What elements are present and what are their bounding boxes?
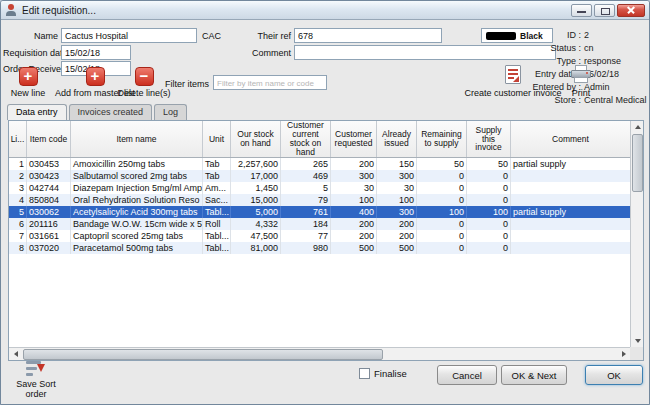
cell: Captopril scored 25mg tabs xyxy=(71,230,203,242)
cell: 100 xyxy=(417,206,467,218)
column-header-li[interactable]: Li... xyxy=(9,121,27,157)
horizontal-scroll-thumb[interactable] xyxy=(23,349,383,360)
save-sort-order-label: Save Sort order xyxy=(5,379,67,399)
scroll-down-arrow[interactable] xyxy=(631,335,644,347)
table-row[interactable]: 7031661Captopril scored 25mg tabsTabl...… xyxy=(9,230,630,242)
cell: 761 xyxy=(281,206,331,218)
table-row[interactable]: 1030453Amoxicillin 250mg tabsTab2,257,60… xyxy=(9,158,630,170)
cell: Oral Rehydration Solution Reso Ma... xyxy=(71,194,203,206)
vertical-scroll-thumb[interactable] xyxy=(632,134,643,192)
new-line-button[interactable]: + New line xyxy=(5,67,51,98)
table-row[interactable]: 2030423Salbutamol scored 2mg tabsTab17,0… xyxy=(9,170,630,182)
cell: 5 xyxy=(9,206,27,218)
requisition-date-label: Requisition date xyxy=(3,48,58,58)
cell: 300 xyxy=(377,206,417,218)
cell: Tab xyxy=(203,170,231,182)
cell: Tabl... xyxy=(203,230,231,242)
column-header-item-name[interactable]: Item name xyxy=(71,121,203,157)
cell: 200 xyxy=(331,218,377,230)
scroll-up-arrow[interactable] xyxy=(631,121,644,133)
comment-label: Comment xyxy=(236,48,291,58)
requisition-lines-table: Li...Item codeItem nameUnitOur stock on … xyxy=(8,120,644,361)
filter-items-input[interactable] xyxy=(213,75,327,90)
cancel-button[interactable]: Cancel xyxy=(437,365,497,385)
cell: 0 xyxy=(467,230,511,242)
cell: 031661 xyxy=(27,230,71,242)
cell: 15,000 xyxy=(231,194,281,206)
close-button[interactable] xyxy=(617,4,645,17)
cell: 200 xyxy=(377,218,417,230)
cell: 4,332 xyxy=(231,218,281,230)
ok-next-button[interactable]: OK & Next xyxy=(501,365,567,385)
cell: 200 xyxy=(331,158,377,170)
scroll-right-arrow[interactable] xyxy=(617,348,630,360)
cell: 1 xyxy=(9,158,27,170)
cell: 2,257,600 xyxy=(231,158,281,170)
table-row[interactable]: 3042744Diazepam Injection 5mg/ml Amp/2ml… xyxy=(9,182,630,194)
table-row[interactable]: 5030062Acetylsalicylic Acid 300mg tabsTa… xyxy=(9,206,630,218)
tab-data-entry[interactable]: Data entry xyxy=(7,104,67,120)
save-sort-order-button[interactable]: Save Sort order xyxy=(5,361,67,399)
cell: 500 xyxy=(331,242,377,254)
finalise-checkbox[interactable] xyxy=(359,368,370,379)
cell: 150 xyxy=(377,158,417,170)
cell: Acetylsalicylic Acid 300mg tabs xyxy=(71,206,203,218)
create-customer-invoice-label: Create customer invoice xyxy=(461,88,565,98)
table-row[interactable]: 4850804Oral Rehydration Solution Reso Ma… xyxy=(9,194,630,206)
cell: 100 xyxy=(467,206,511,218)
cell: 200 xyxy=(331,230,377,242)
their-ref-input[interactable] xyxy=(294,28,442,43)
cell: Tab xyxy=(203,158,231,170)
title-bar[interactable]: Edit requisition... xyxy=(1,1,649,20)
cell: 0 xyxy=(417,218,467,230)
column-header-customer-current-stock-on-hand[interactable]: Customer current stock on hand xyxy=(281,121,331,157)
cell xyxy=(511,230,630,242)
horizontal-scrollbar[interactable] xyxy=(9,347,630,360)
minus-icon: − xyxy=(135,67,154,86)
create-customer-invoice-button[interactable]: Create customer invoice xyxy=(461,65,565,98)
maximize-button[interactable] xyxy=(594,4,615,17)
cell xyxy=(511,218,630,230)
plus-icon: + xyxy=(86,67,105,86)
delete-lines-label: Delete line(s) xyxy=(117,88,171,98)
cell: 2 xyxy=(9,170,27,182)
column-header-supply-this-invoice[interactable]: Supply this invoice xyxy=(467,121,511,157)
scroll-left-arrow[interactable] xyxy=(9,348,22,360)
finalise-label: Finalise xyxy=(374,368,407,379)
cell: 6 xyxy=(9,218,27,230)
table-row[interactable]: 6201116Bandage W.O.W. 15cm wide x 5m rol… xyxy=(9,218,630,230)
column-header-customer-requested[interactable]: Customer requested xyxy=(331,121,377,157)
tab-log[interactable]: Log xyxy=(154,104,187,120)
column-header-already-issued[interactable]: Already issued xyxy=(377,121,417,157)
cell: 042744 xyxy=(27,182,71,194)
name-input[interactable] xyxy=(61,28,197,43)
column-header-remaining-to-supply[interactable]: Remaining to supply xyxy=(417,121,467,157)
ok-button[interactable]: OK xyxy=(585,365,643,385)
minimize-button[interactable] xyxy=(571,4,592,17)
comment-input[interactable] xyxy=(294,45,556,60)
plus-icon: + xyxy=(19,67,38,86)
table-row[interactable]: 8037020Paracetamol 500mg tabsTabl...81,0… xyxy=(9,242,630,254)
table-header-row: Li...Item codeItem nameUnitOur stock on … xyxy=(9,121,630,158)
column-header-our-stock-on-hand[interactable]: Our stock on hand xyxy=(231,121,281,157)
cell: 850804 xyxy=(27,194,71,206)
requisition-date-input[interactable] xyxy=(61,45,131,60)
cell: 400 xyxy=(331,206,377,218)
maximize-icon xyxy=(601,8,610,15)
cell: 0 xyxy=(467,218,511,230)
print-button[interactable]: Print xyxy=(561,65,601,98)
cell: 0 xyxy=(417,182,467,194)
tab-invoices-created[interactable]: Invoices created xyxy=(69,104,153,120)
column-header-item-code[interactable]: Item code xyxy=(27,121,71,157)
vertical-scrollbar[interactable] xyxy=(630,121,643,347)
cell: Bandage W.O.W. 15cm wide x 5m roll xyxy=(71,218,203,230)
minimize-icon xyxy=(577,11,586,13)
cell: Tabl... xyxy=(203,242,231,254)
new-line-label: New line xyxy=(5,88,51,98)
finalise-checkbox-row: Finalise xyxy=(359,368,407,379)
column-header-unit[interactable]: Unit xyxy=(203,121,231,157)
cell: 1,450 xyxy=(231,182,281,194)
edit-requisition-window: Edit requisition... Name CAC Their ref B… xyxy=(0,0,650,405)
column-header-comment[interactable]: Comment xyxy=(511,121,630,157)
cell: 0 xyxy=(467,170,511,182)
